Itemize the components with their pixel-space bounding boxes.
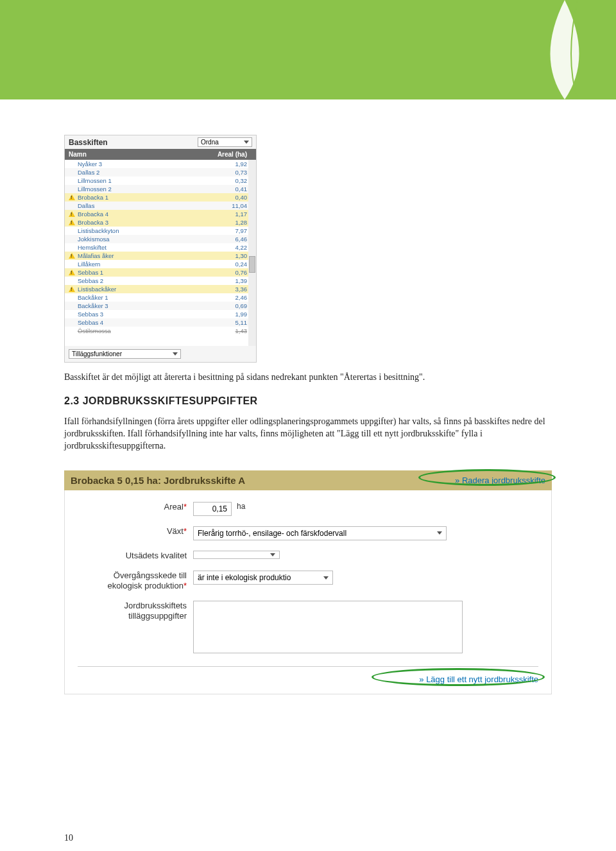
warning-icon <box>69 286 75 292</box>
areal-unit: ha <box>237 502 245 511</box>
row-area: 5,11 <box>215 319 247 326</box>
row-area: 6,46 <box>215 236 247 243</box>
overgang-value: är inte i ekologisk produktio <box>198 573 291 582</box>
row-name: Hemskiftet <box>76 244 215 251</box>
row-name: Lillmossen 1 <box>76 177 215 184</box>
table-row[interactable]: Sebbas 45,11 <box>65 318 256 327</box>
row-name: Sebbas 2 <box>76 277 215 284</box>
jordbruksskifte-form: Brobacka 5 0,15 ha: Jordbruksskifte A » … <box>64 470 552 695</box>
row-area: 1,17 <box>215 211 247 218</box>
sort-dropdown[interactable]: Ordna <box>198 137 252 147</box>
table-row[interactable]: Brobacka 41,17 <box>65 210 256 218</box>
vaxt-value: Flerårig torrhö-, ensilage- och färskfod… <box>198 529 346 538</box>
row-name: Sebbas 3 <box>76 311 215 318</box>
areal-label: Areal* <box>78 502 193 512</box>
table-row[interactable]: Östilsmossa1,43 <box>65 327 256 335</box>
chevron-down-icon <box>173 352 178 356</box>
row-area: 0,24 <box>215 261 247 268</box>
warning-icon <box>69 211 75 217</box>
area-column-header: Areal (ha) <box>218 151 247 158</box>
warning-icon-cell <box>67 286 76 292</box>
divider <box>78 666 538 667</box>
areal-label-text: Areal <box>164 502 184 511</box>
table-row[interactable]: Nyåker 31,92 <box>65 160 256 168</box>
required-star: * <box>184 502 187 511</box>
row-name: Listisbackkyton <box>76 227 215 234</box>
row-area: 1,39 <box>215 277 247 284</box>
row-area: 0,32 <box>215 177 247 184</box>
warning-icon <box>69 253 75 259</box>
chevron-down-icon <box>244 141 249 144</box>
table-row[interactable]: Dallas11,04 <box>65 202 256 210</box>
panel-footer: Tilläggsfunktioner <box>65 346 256 362</box>
row-area: 1,92 <box>215 160 247 168</box>
table-row[interactable]: Hemskiftet4,22 <box>65 243 256 252</box>
overgang-label-text: Övergångsskede till ekologisk produktion <box>107 571 187 590</box>
row-area: 0,40 <box>215 194 247 201</box>
row-name: Målafias åker <box>76 252 215 259</box>
table-row[interactable]: Listisbackåker3,36 <box>65 285 256 293</box>
tillagg-label: Jordbruksskiftets tilläggsuppgifter <box>78 601 193 621</box>
vaxt-label: Växt* <box>78 526 193 537</box>
warning-icon <box>69 219 75 225</box>
table-row[interactable]: Brobacka 31,28 <box>65 218 256 227</box>
basskiften-panel: Basskiften Ordna Namn Areal (ha) Nyåker … <box>64 135 257 363</box>
table-row[interactable]: Sebbas 21,39 <box>65 277 256 285</box>
leaf-icon <box>529 0 600 99</box>
table-row[interactable]: Lillåkern0,24 <box>65 260 256 268</box>
table-row[interactable]: Lillmossen 10,32 <box>65 176 256 185</box>
overgang-dropdown[interactable]: är inte i ekologisk produktio <box>193 571 333 585</box>
row-name: Brobacka 3 <box>76 219 215 226</box>
row-area: 2,46 <box>215 294 247 301</box>
utsade-label: Utsädets kvalitet <box>78 551 193 561</box>
row-area: 4,22 <box>215 244 247 251</box>
warning-icon-cell <box>67 194 76 200</box>
table-row[interactable]: Sebbas 10,76 <box>65 268 256 277</box>
vaxt-label-text: Växt <box>167 526 184 536</box>
table-row[interactable]: Dallas 20,73 <box>65 168 256 176</box>
warning-icon <box>69 270 75 275</box>
vaxt-dropdown[interactable]: Flerårig torrhö-, ensilage- och färskfod… <box>193 526 447 540</box>
row-name: Sebbas 4 <box>76 319 215 326</box>
row-area: 1,43 <box>215 327 247 334</box>
row-name: Dallas 2 <box>76 169 215 176</box>
scrollbar[interactable] <box>248 160 256 346</box>
scroll-thumb[interactable] <box>249 256 255 273</box>
sort-dropdown-label: Ordna <box>201 139 219 146</box>
row-name: Backåker 1 <box>76 294 215 301</box>
areal-input[interactable]: 0,15 <box>193 502 232 516</box>
tillagg-textarea[interactable] <box>193 601 463 653</box>
row-area: 1,30 <box>215 252 247 259</box>
form-header: Brobacka 5 0,15 ha: Jordbruksskifte A » … <box>64 470 552 490</box>
row-name: Lillmossen 2 <box>76 185 215 193</box>
warning-icon-cell <box>67 219 76 225</box>
table-row[interactable]: Brobacka 10,40 <box>65 193 256 202</box>
utsade-dropdown[interactable] <box>193 551 280 559</box>
table-row[interactable]: Backåker 12,46 <box>65 293 256 302</box>
row-area: 3,36 <box>215 286 247 293</box>
warning-icon <box>69 194 75 200</box>
table-row[interactable]: Sebbas 31,99 <box>65 310 256 318</box>
add-jordbruksskifte-link[interactable]: » Lägg till ett nytt jordbruksskifte <box>419 675 538 684</box>
table-row[interactable]: Listisbackkyton7,97 <box>65 227 256 235</box>
row-name: Dallas <box>76 202 215 209</box>
row-area: 0,73 <box>215 169 247 176</box>
row-area: 1,28 <box>215 219 247 226</box>
row-name: Backåker 3 <box>76 302 215 309</box>
panel-header: Basskiften Ordna <box>65 135 256 149</box>
row-name: Brobacka 4 <box>76 211 215 218</box>
chevron-down-icon <box>323 576 329 580</box>
row-name: Brobacka 1 <box>76 194 215 201</box>
warning-icon-cell <box>67 270 76 275</box>
extra-functions-dropdown[interactable]: Tilläggsfunktioner <box>69 349 181 359</box>
warning-icon-cell <box>67 253 76 259</box>
table-row[interactable]: Backåker 30,69 <box>65 302 256 310</box>
required-star: * <box>184 581 187 590</box>
delete-link[interactable]: » Radera jordbruksskifte <box>455 476 545 485</box>
table-row[interactable]: Jokkismosa6,46 <box>65 235 256 243</box>
row-area: 0,41 <box>215 185 247 193</box>
table-row[interactable]: Målafias åker1,30 <box>65 252 256 260</box>
table-row[interactable]: Lillmossen 20,41 <box>65 185 256 193</box>
extra-functions-label: Tilläggsfunktioner <box>72 350 122 357</box>
row-area: 0,69 <box>215 302 247 309</box>
